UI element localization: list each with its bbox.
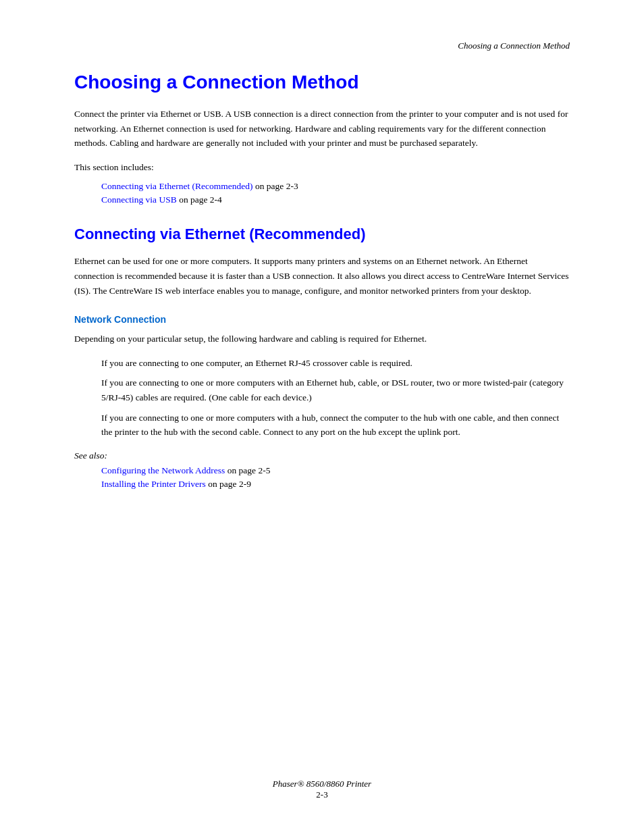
page-container: Choosing a Connection Method Choosing a … <box>0 0 644 834</box>
toc-link-ethernet[interactable]: Connecting via Ethernet (Recommended) <box>101 181 253 191</box>
header-chapter-title: Choosing a Connection Method <box>458 41 570 51</box>
see-also-link-drivers[interactable]: Installing the Printer Drivers <box>101 479 206 489</box>
intro-paragraph: Connect the printer via Ethernet or USB.… <box>74 107 570 151</box>
toc-list: Connecting via Ethernet (Recommended) on… <box>101 181 570 205</box>
main-title: Choosing a Connection Method <box>74 72 570 93</box>
network-subsection-title: Network Connection <box>74 314 570 325</box>
footer-product: Phaser® 8560/8860 Printer <box>0 779 644 789</box>
ethernet-body: Ethernet can be used for one or more com… <box>74 254 570 298</box>
ethernet-section-title: Connecting via Ethernet (Recommended) <box>74 226 570 243</box>
toc-page-ref-2: on page 2-4 <box>177 194 222 205</box>
bullet-1: If you are connecting to one computer, a… <box>101 356 570 371</box>
toc-item-2: Connecting via USB on page 2-4 <box>101 194 570 205</box>
network-intro: Depending on your particular setup, the … <box>74 332 570 346</box>
see-also-page-ref-2: on page 2-9 <box>206 479 251 489</box>
see-also-item-2: Installing the Printer Drivers on page 2… <box>101 479 570 490</box>
footer: Phaser® 8560/8860 Printer 2-3 <box>0 779 644 800</box>
bullet-3: If you are connecting to one or more com… <box>101 411 570 440</box>
see-also-link-network[interactable]: Configuring the Network Address <box>101 465 225 475</box>
section-intro-label: This section includes: <box>74 160 570 175</box>
toc-link-usb[interactable]: Connecting via USB <box>101 194 177 205</box>
toc-page-ref-1: on page 2-3 <box>253 181 298 191</box>
toc-item-1: Connecting via Ethernet (Recommended) on… <box>101 181 570 192</box>
see-also-page-ref-1: on page 2-5 <box>225 465 270 475</box>
see-also-list: Configuring the Network Address on page … <box>101 465 570 490</box>
see-also-item-1: Configuring the Network Address on page … <box>101 465 570 476</box>
bullet-2: If you are connecting to one or more com… <box>101 375 570 405</box>
footer-page-number: 2-3 <box>0 789 644 800</box>
page-header: Choosing a Connection Method <box>74 41 570 51</box>
see-also-label: See also: <box>74 450 570 461</box>
